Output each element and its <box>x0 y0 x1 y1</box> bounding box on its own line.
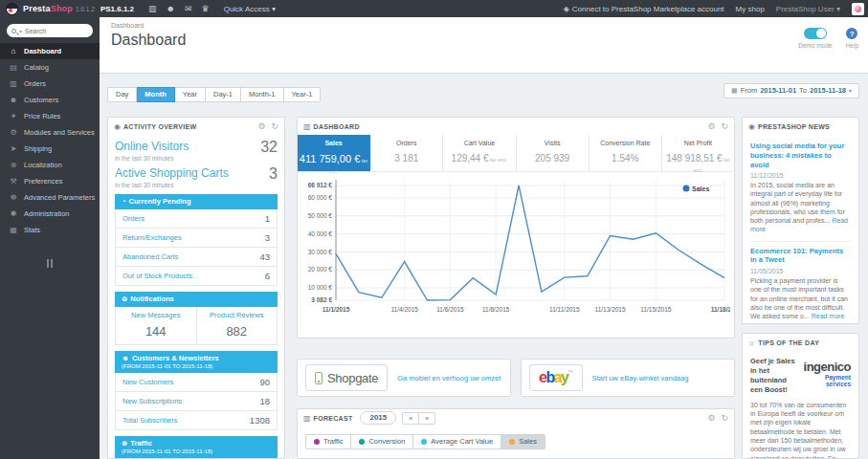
date-filter-month-1[interactable]: Month-1 <box>241 87 284 102</box>
forecast-toggle-conversion[interactable]: Conversion <box>351 434 413 449</box>
ingenico-logo[interactable]: ingenico Payment services <box>804 358 851 388</box>
tips-of-the-day-panel: ☼ TIPS OF THE DAY ingenico Payment servi… <box>742 333 859 459</box>
article-title[interactable]: Ecommerce 101: Payments in a Tweet <box>750 247 851 266</box>
read-more-link[interactable]: Read more <box>812 313 845 319</box>
row-label[interactable]: Return/Exchanges <box>122 233 182 242</box>
sidebar-item-localization[interactable]: ⊕Localization <box>0 157 100 173</box>
kpi-value: 1.54% <box>590 153 661 164</box>
cell-label[interactable]: New Messages <box>118 311 194 319</box>
collapse-menu-icon[interactable] <box>45 259 55 268</box>
online-visitors-link[interactable]: Online Visitors <box>115 140 189 153</box>
kpi-tab-sales[interactable]: Sales411 759,00 € tax excl. <box>298 135 370 171</box>
previous-year-button[interactable]: « <box>402 412 419 425</box>
date-filter-year-1[interactable]: Year-1 <box>284 87 322 102</box>
row-label[interactable]: Orders <box>122 214 145 223</box>
forecast-toggle-sales[interactable]: Sales <box>501 434 545 449</box>
kpi-tab-conversion-rate[interactable]: Conversion Rate1.54% <box>590 135 662 171</box>
shop-name[interactable]: PS1.6.1.2 <box>100 5 134 13</box>
demo-mode-toggle[interactable]: Demo mode <box>798 28 832 49</box>
cell-label[interactable]: Product Reviews <box>199 311 276 319</box>
sidebar-item-stats[interactable]: ▦Stats <box>0 222 100 238</box>
ebay-link[interactable]: Start uw eBay-winkel vandaag <box>592 374 689 382</box>
prestashop-logo-icon[interactable] <box>6 3 18 15</box>
my-shop-link[interactable]: My shop <box>736 5 765 13</box>
forecast-toggle-average-cart-value[interactable]: Average Cart Value <box>413 434 501 449</box>
shopgate-logo[interactable]: Shopgate <box>305 364 388 391</box>
kpi-tab-visits[interactable]: Visits205 939 <box>517 135 590 171</box>
row-label[interactable]: New Subscriptions <box>122 397 182 405</box>
date-filter-day[interactable]: Day <box>107 87 137 102</box>
notification-cell[interactable]: Product Reviews882 <box>197 307 278 345</box>
list-item[interactable]: New Customers90 <box>115 373 278 392</box>
sidebar-item-shipping[interactable]: ➤Shipping <box>0 141 100 157</box>
search-input[interactable] <box>25 28 88 34</box>
sidebar-item-catalog[interactable]: ▤Catalog <box>0 59 100 76</box>
orders-icon: ▥ <box>9 79 18 88</box>
sidebar-item-label: Localization <box>24 161 62 169</box>
badges-icon[interactable]: ♛ <box>202 4 210 13</box>
avatar[interactable] <box>852 3 864 15</box>
row-label[interactable]: Total Subscribers <box>122 416 178 425</box>
list-item[interactable]: New Subscriptions18 <box>115 392 278 411</box>
svg-text:11/1/2015: 11/1/2015 <box>323 306 350 313</box>
sidebar-item-price-rules[interactable]: ✦Price Rules <box>0 108 100 124</box>
read-more-link[interactable]: Read more <box>750 217 848 232</box>
forecast-year[interactable]: 2015 <box>360 411 396 425</box>
refresh-icon[interactable]: ↻ <box>271 121 278 131</box>
marketplace-link[interactable]: ◈Connect to PrestaShop Marketplace accou… <box>564 5 724 13</box>
sidebar-item-label: Price Rules <box>24 112 60 120</box>
gear-icon[interactable]: ⚙ <box>257 121 265 131</box>
article-title[interactable]: Using social media for your business: 4 … <box>750 142 851 169</box>
messages-icon[interactable]: ✉ <box>185 4 192 13</box>
row-label[interactable]: New Customers <box>122 378 173 386</box>
search-icon <box>11 29 16 33</box>
gear-icon[interactable]: ⚙ <box>707 121 715 131</box>
cell-value: 882 <box>199 324 276 339</box>
help-button[interactable]: ? Help <box>846 28 858 49</box>
sidebar-item-preferences[interactable]: ⚒Preferences <box>0 173 100 189</box>
list-item[interactable]: Out of Stock Products6 <box>115 267 278 286</box>
activity-overview-panel: ◉ ACTIVITY OVERVIEW ⚙ ↻ Online Visitors … <box>107 117 285 459</box>
list-item[interactable]: Abandoned Carts43 <box>115 248 278 267</box>
breadcrumb[interactable]: Dashboard <box>111 22 857 29</box>
ebay-logo[interactable]: ebay™ <box>529 364 583 391</box>
help-icon[interactable]: ? <box>846 28 857 39</box>
toggle-on-icon[interactable] <box>804 28 827 39</box>
sidebar-item-label: Stats <box>24 226 40 234</box>
gear-icon[interactable]: ⚙ <box>707 413 715 423</box>
refresh-icon[interactable]: ↻ <box>721 121 728 131</box>
date-filter-day-1[interactable]: Day-1 <box>206 87 241 102</box>
sidebar-item-advanced-parameters[interactable]: ☸Advanced Parameters <box>0 189 100 206</box>
notification-cell[interactable]: New Messages144 <box>115 307 197 345</box>
kpi-tab-net-profit[interactable]: Net Profit148 918,51 € tax excl. <box>662 135 734 171</box>
active-carts-link[interactable]: Active Shopping Carts <box>115 166 229 180</box>
date-filter-month[interactable]: Month <box>137 87 175 102</box>
customers-icon[interactable]: ☻ <box>167 4 175 13</box>
quick-access-menu[interactable]: Quick Access ▾ <box>224 5 276 13</box>
date-filter-year[interactable]: Year <box>175 87 206 102</box>
sidebar-item-orders[interactable]: ▥Orders <box>0 76 100 92</box>
kpi-tab-orders[interactable]: Orders3 181 <box>370 135 443 171</box>
sales-line-chart[interactable]: 11/1/201511/4/201511/6/201511/8/201511/1… <box>300 176 730 321</box>
row-value: 3 <box>265 232 270 243</box>
brand-wordmark[interactable]: PrestaShop <box>23 4 73 13</box>
search-scope-caret-icon[interactable]: ▾ <box>19 28 22 34</box>
sidebar-item-administration[interactable]: ✱Administration <box>0 206 100 222</box>
sidebar-item-dashboard[interactable]: ⌂Dashboard <box>0 43 100 59</box>
next-year-button[interactable]: » <box>419 412 435 425</box>
sidebar-search[interactable]: ▾ <box>7 24 93 37</box>
kpi-tab-cart-value[interactable]: Cart Value129,44 € tax excl. <box>443 135 516 171</box>
list-item[interactable]: Total Subscribers1308 <box>115 411 278 430</box>
row-label[interactable]: Abandoned Carts <box>122 252 178 261</box>
user-menu[interactable]: PrestaShop User ▾ <box>776 5 840 13</box>
list-item[interactable]: Return/Exchanges3 <box>115 229 278 248</box>
forecast-toggle-traffic[interactable]: Traffic <box>305 434 351 449</box>
date-range-picker[interactable]: ▦ From2015-11-01 To2015-11-18 ▾ <box>723 83 859 98</box>
list-item[interactable]: Orders1 <box>115 209 278 229</box>
shopgate-link[interactable]: Ga mobiel en verhoog uw omzet <box>397 374 501 382</box>
sidebar-item-customers[interactable]: ☻Customers <box>0 92 100 108</box>
cart-icon[interactable]: ▥ <box>148 4 157 13</box>
row-label[interactable]: Out of Stock Products <box>122 272 192 280</box>
sidebar-item-modules-and-services[interactable]: ⚙Modules and Services <box>0 124 100 141</box>
refresh-icon[interactable]: ↻ <box>721 413 728 423</box>
